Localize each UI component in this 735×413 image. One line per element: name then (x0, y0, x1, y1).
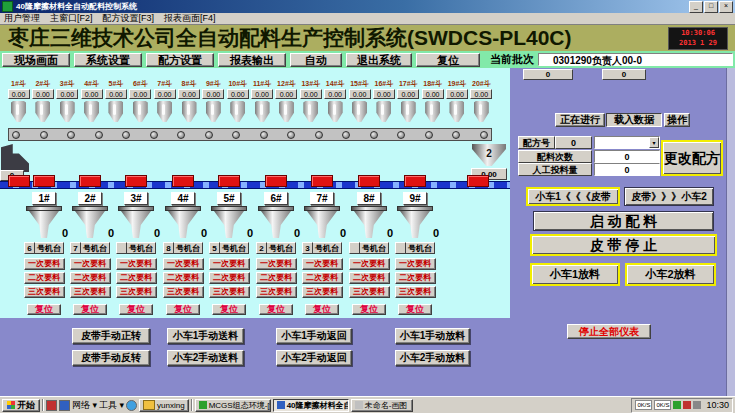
request-material-1-button[interactable]: 一次要料 (395, 258, 436, 270)
folder-task-button[interactable]: yunxing (139, 399, 189, 412)
request-material-3-button[interactable]: 三次要料 (70, 286, 111, 298)
request-material-1-button[interactable]: 一次要料 (302, 258, 343, 270)
nav-button[interactable]: 复位 (416, 53, 480, 67)
in-progress-button[interactable]: 正在进行 (555, 113, 605, 127)
quicklaunch-icon-1[interactable] (46, 400, 57, 411)
request-material-2-button[interactable]: 二次要料 (349, 272, 390, 284)
scrollbar[interactable] (726, 68, 735, 396)
toolbar-network[interactable]: 网络 ▾ (72, 399, 97, 412)
manual-button[interactable]: 小车2手动返回 (276, 350, 352, 366)
request-material-2-button[interactable]: 二次要料 (302, 272, 343, 284)
belt-stop-button[interactable]: 皮 带 停 止 (530, 234, 717, 256)
station-reset-button[interactable]: 复位 (398, 304, 432, 315)
stop-all-instruments-button[interactable]: 停止全部仪表 (567, 324, 651, 339)
quicklaunch-icon-2[interactable] (59, 400, 70, 411)
request-material-1-button[interactable]: 一次要料 (349, 258, 390, 270)
machine-number[interactable]: 7 (70, 242, 81, 254)
nav-button[interactable]: 系统设置 (74, 53, 142, 67)
gate-icon[interactable] (404, 175, 426, 187)
manual-button[interactable]: 皮带手动反转 (72, 350, 150, 366)
gate-icon[interactable] (358, 175, 380, 187)
machine-number[interactable]: 3 (302, 242, 313, 254)
ie-icon[interactable] (126, 400, 137, 411)
minimize-button[interactable]: _ (689, 1, 703, 13)
nav-button[interactable]: 现场画面 (2, 53, 70, 67)
tray-icon-green[interactable] (673, 401, 681, 409)
request-material-3-button[interactable]: 三次要料 (302, 286, 343, 298)
machine-number[interactable]: 5 (209, 242, 220, 254)
request-material-2-button[interactable]: 二次要料 (70, 272, 111, 284)
gate-icon[interactable] (33, 175, 55, 187)
nav-button[interactable]: 自动 (290, 53, 342, 67)
station-reset-button[interactable]: 复位 (305, 304, 339, 315)
chevron-down-icon[interactable]: ▾ (649, 137, 659, 148)
cart1-discharge-button[interactable]: 小车1放料 (530, 263, 620, 286)
request-material-3-button[interactable]: 三次要料 (395, 286, 436, 298)
request-material-2-button[interactable]: 二次要料 (116, 272, 157, 284)
request-material-1-button[interactable]: 一次要料 (256, 258, 297, 270)
start-batching-button[interactable]: 启 动 配 料 (533, 211, 714, 231)
menu-item[interactable]: 用户管理 (4, 12, 40, 25)
request-material-2-button[interactable]: 二次要料 (24, 272, 65, 284)
menu-item[interactable]: 主窗口[F2] (50, 12, 93, 25)
request-material-1-button[interactable]: 一次要料 (24, 258, 65, 270)
start-button[interactable]: 开始 (2, 399, 40, 412)
belt-to-cart2-button[interactable]: 皮带》》》小车2 (624, 187, 714, 206)
task-button[interactable]: MCGS组态环境-[动画... (195, 399, 271, 412)
load-data-button[interactable]: 载入数据 (606, 113, 662, 127)
station-reset-button[interactable]: 复位 (259, 304, 293, 315)
nav-button[interactable]: 配方设置 (146, 53, 214, 67)
manual-button[interactable]: 小车2手动放料 (395, 350, 470, 366)
request-material-1-button[interactable]: 一次要料 (209, 258, 250, 270)
cart2-discharge-button[interactable]: 小车2放料 (625, 263, 716, 286)
current-batch-field[interactable]: 0301290负责人00-0 (538, 53, 733, 66)
recipe-dropdown[interactable]: ▾ (594, 136, 660, 149)
manual-button[interactable]: 皮带手动正转 (72, 328, 150, 344)
task-button[interactable]: 40隆摩擦材料全自动配... (273, 399, 349, 412)
operate-button[interactable]: 操作 (664, 113, 690, 127)
gate-icon[interactable] (8, 175, 30, 187)
menu-item[interactable]: 配方设置[F3] (103, 12, 155, 25)
request-material-2-button[interactable]: 二次要料 (209, 272, 250, 284)
change-recipe-button[interactable]: 更改配方 (661, 140, 723, 176)
nav-button[interactable]: 退出系统 (346, 53, 412, 67)
machine-number[interactable] (395, 242, 406, 254)
request-material-3-button[interactable]: 三次要料 (209, 286, 250, 298)
station-reset-button[interactable]: 复位 (27, 304, 61, 315)
gate-icon[interactable] (265, 175, 287, 187)
machine-number[interactable]: 2 (256, 242, 267, 254)
manual-button[interactable]: 小车1手动放料 (395, 328, 470, 344)
request-material-2-button[interactable]: 二次要料 (256, 272, 297, 284)
request-material-3-button[interactable]: 三次要料 (349, 286, 390, 298)
toolbar-tools[interactable]: 工具 ▾ (99, 399, 124, 412)
machine-number[interactable]: 6 (24, 242, 35, 254)
tray-icon-red[interactable] (683, 401, 691, 409)
gate-icon[interactable] (79, 175, 101, 187)
request-material-1-button[interactable]: 一次要料 (163, 258, 204, 270)
request-material-3-button[interactable]: 三次要料 (256, 286, 297, 298)
station-reset-button[interactable]: 复位 (166, 304, 200, 315)
gate-icon[interactable] (125, 175, 147, 187)
nav-button[interactable]: 报表输出 (218, 53, 286, 67)
request-material-2-button[interactable]: 二次要料 (395, 272, 436, 284)
request-material-1-button[interactable]: 一次要料 (70, 258, 111, 270)
cart1-to-belt-button[interactable]: 小车1《《《皮带 (526, 187, 620, 206)
manual-button[interactable]: 小车1手动返回 (276, 328, 352, 344)
station-reset-button[interactable]: 复位 (212, 304, 246, 315)
close-button[interactable]: × (719, 1, 733, 13)
request-material-3-button[interactable]: 三次要料 (163, 286, 204, 298)
batch-count-field[interactable]: 0 (594, 150, 660, 163)
tray-icon-gray[interactable] (693, 401, 701, 409)
task-button[interactable]: 未命名-画图 (351, 399, 413, 412)
machine-number[interactable]: 8 (163, 242, 174, 254)
station-reset-button[interactable]: 复位 (119, 304, 153, 315)
manual-feed-field[interactable]: 0 (594, 163, 660, 176)
machine-number[interactable] (116, 242, 127, 254)
request-material-3-button[interactable]: 三次要料 (24, 286, 65, 298)
gate-icon[interactable] (467, 175, 489, 187)
station-reset-button[interactable]: 复位 (352, 304, 386, 315)
manual-button[interactable]: 小车1手动送料 (167, 328, 244, 344)
request-material-2-button[interactable]: 二次要料 (163, 272, 204, 284)
maximize-button[interactable]: □ (704, 1, 718, 13)
station-reset-button[interactable]: 复位 (73, 304, 107, 315)
